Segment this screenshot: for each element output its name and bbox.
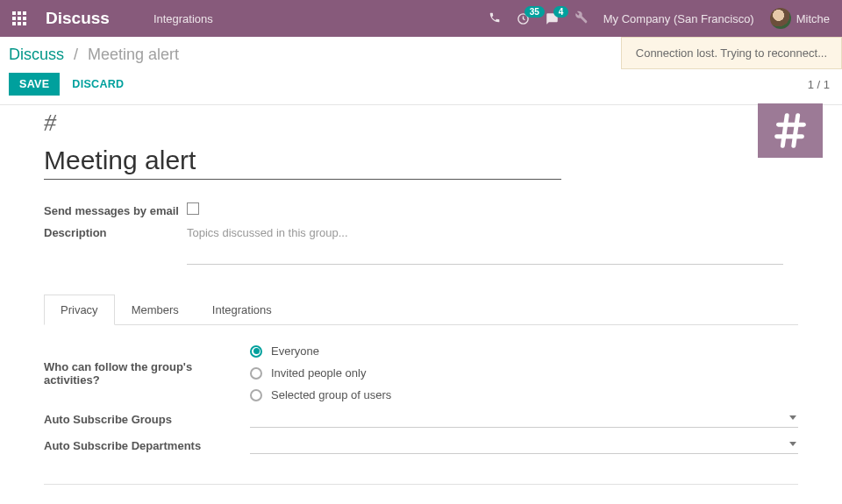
brand[interactable]: Discuss [46,9,110,28]
radio-everyone[interactable]: Everyone [250,344,391,358]
channel-name-input[interactable] [44,142,561,180]
breadcrumb-root[interactable]: Discuss [9,46,64,63]
send-email-checkbox[interactable] [187,202,199,215]
activities-icon[interactable]: 35 [517,12,530,25]
company-selector[interactable]: My Company (San Francisco) [603,12,754,25]
navbar: Discuss Integrations 35 4 My Company (Sa… [0,0,842,37]
auto-groups-field[interactable] [250,410,798,428]
description-label: Description [44,224,187,239]
phone-icon[interactable] [489,11,501,26]
messages-icon[interactable]: 4 [546,12,559,25]
hash-prefix: # [44,109,798,137]
action-bar: SAVE DISCARD 1 / 1 [0,64,842,104]
nav-menu-integrations[interactable]: Integrations [153,12,213,25]
form-sheet: # Send messages by email Description Pri… [0,105,842,504]
sheet-divider [44,484,798,485]
send-email-label: Send messages by email [44,202,187,217]
pager[interactable]: 1 / 1 [808,78,830,91]
radio-icon [250,367,262,380]
radio-icon [250,345,262,358]
tabs: Privacy Members Integrations [44,295,798,325]
follow-label: Who can follow the group's activities? [44,360,250,387]
tab-privacy[interactable]: Privacy [44,295,115,325]
tab-members[interactable]: Members [115,295,196,325]
description-input[interactable] [187,224,783,241]
svg-line-4 [794,116,798,146]
avatar [770,8,791,29]
toast-message: Connection lost. Trying to reconnect... [636,46,827,60]
discard-button[interactable]: DISCARD [72,78,124,90]
activities-badge: 35 [524,6,545,18]
save-button[interactable]: SAVE [9,73,60,96]
description-underline [187,264,783,265]
apps-icon[interactable] [12,11,26,25]
radio-invited[interactable]: Invited people only [250,366,391,380]
auto-departments-label: Auto Subscribe Departments [44,439,250,452]
auto-departments-field[interactable] [250,437,798,454]
tab-body-privacy: Who can follow the group's activities? E… [44,325,798,492]
radio-selected-label: Selected group of users [271,388,391,401]
svg-line-3 [782,116,787,146]
user-menu[interactable]: Mitche [770,8,830,29]
auto-groups-label: Auto Subscribe Groups [44,413,250,426]
messages-badge: 4 [553,6,569,18]
channel-image[interactable] [758,103,823,158]
settings-icon[interactable] [574,11,588,26]
tab-integrations[interactable]: Integrations [196,295,289,325]
user-name: Mitche [796,12,830,25]
breadcrumb-current: Meeting alert [88,46,179,63]
radio-invited-label: Invited people only [271,366,366,380]
radio-selected[interactable]: Selected group of users [250,388,391,401]
radio-icon [250,389,262,401]
radio-everyone-label: Everyone [271,344,319,358]
connection-toast: Connection lost. Trying to reconnect... [621,37,842,69]
breadcrumb-sep: / [74,46,78,63]
